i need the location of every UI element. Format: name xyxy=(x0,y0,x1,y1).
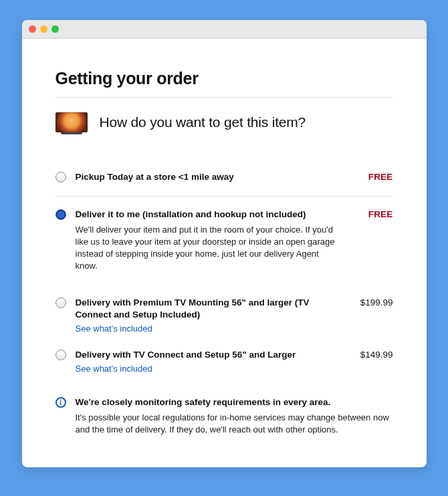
option-label: Delivery with Premium TV Mounting 56" an… xyxy=(76,297,338,322)
option-price: FREE xyxy=(352,171,393,184)
see-included-link[interactable]: See what's included xyxy=(76,323,152,335)
safety-notice: i We're closely monitoring safety requir… xyxy=(55,387,393,440)
option-label: Delivery with TV Connect and Setup 56" a… xyxy=(76,349,338,362)
content-area: Getting your order How do you want to ge… xyxy=(22,39,427,467)
option-body: Pickup Today at a store <1 mile away xyxy=(76,171,342,184)
notice-title: We're closely monitoring safety requirem… xyxy=(76,396,393,409)
option-pickup[interactable]: Pickup Today at a store <1 mile away FRE… xyxy=(55,159,393,197)
option-price: $199.99 xyxy=(352,297,393,309)
option-label: Pickup Today at a store <1 mile away xyxy=(76,171,338,184)
close-icon[interactable] xyxy=(29,25,36,33)
option-body: Delivery with TV Connect and Setup 56" a… xyxy=(76,349,342,375)
item-prompt: How do you want to get this item? xyxy=(100,112,306,132)
minimize-icon[interactable] xyxy=(40,25,47,33)
option-price: $149.99 xyxy=(352,349,393,362)
notice-body: We're closely monitoring safety requirem… xyxy=(76,396,393,436)
option-body: Deliver it to me (installation and hooku… xyxy=(76,209,342,273)
page-title: Getting your order xyxy=(55,67,393,90)
item-row: How do you want to get this item? xyxy=(55,98,393,159)
option-deliver[interactable]: Deliver it to me (installation and hooku… xyxy=(55,197,393,285)
option-mounting[interactable]: Delivery with Premium TV Mounting 56" an… xyxy=(55,285,393,342)
option-label: Deliver it to me (installation and hooku… xyxy=(76,209,338,221)
option-body: Delivery with Premium TV Mounting 56" an… xyxy=(76,297,342,336)
radio-deliver[interactable] xyxy=(55,209,66,220)
delivery-options: Pickup Today at a store <1 mile away FRE… xyxy=(55,159,393,441)
option-description: We'll deliver your item and put it in th… xyxy=(76,224,338,273)
notice-text: It's possible your local regulations for… xyxy=(76,412,393,436)
info-icon: i xyxy=(55,397,66,408)
radio-mounting[interactable] xyxy=(55,297,66,308)
titlebar xyxy=(22,20,427,39)
option-connect[interactable]: Delivery with TV Connect and Setup 56" a… xyxy=(55,342,393,387)
maximize-icon[interactable] xyxy=(51,25,59,33)
product-thumbnail xyxy=(55,112,88,132)
option-price: FREE xyxy=(352,209,393,221)
radio-connect[interactable] xyxy=(55,350,66,360)
radio-pickup[interactable] xyxy=(55,172,66,182)
app-window: Getting your order How do you want to ge… xyxy=(22,20,427,467)
see-included-link[interactable]: See what's included xyxy=(76,363,152,375)
